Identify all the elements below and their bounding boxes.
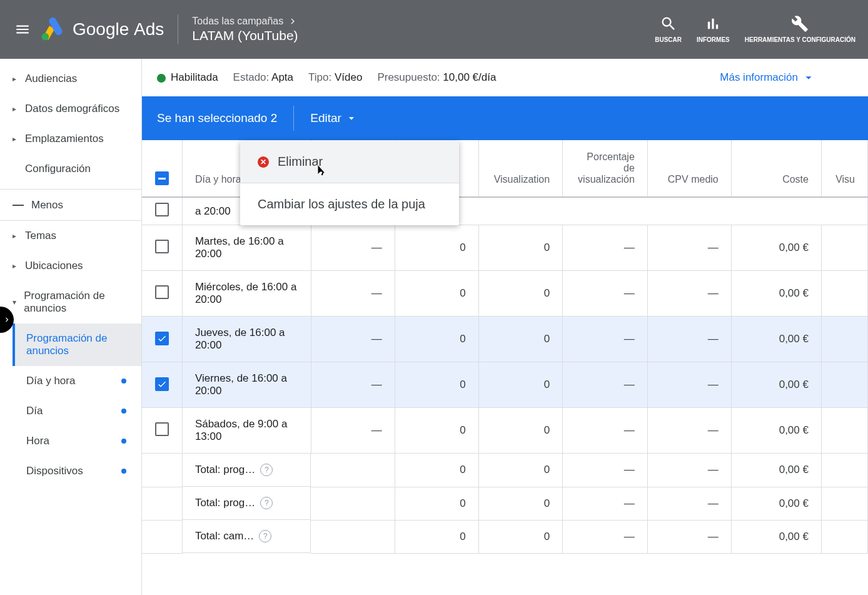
main-content: Habilitada Estado: Apta Tipo: Vídeo Pres… — [142, 59, 868, 595]
edit-dropdown: ✕ Eliminar Cambiar los ajustes de la puj… — [240, 141, 459, 225]
col-views[interactable]: Visualization — [478, 140, 562, 197]
header-divider — [178, 14, 178, 44]
col-view-rate[interactable]: Porcentaje de visualización — [563, 140, 648, 197]
more-info-link[interactable]: Más información — [720, 71, 815, 84]
sidebar-sub-day[interactable]: Día — [13, 396, 141, 426]
help-icon[interactable]: ? — [260, 497, 273, 509]
table-row[interactable]: Miércoles, de 16:00 a 20:00 — 0 0 — — 0,… — [142, 271, 868, 317]
status-dot-icon — [157, 74, 166, 83]
arrow-drop-down-icon — [345, 112, 358, 125]
help-icon[interactable]: ? — [260, 464, 273, 476]
sidebar-sub-day-hour[interactable]: Día y hora — [13, 366, 141, 396]
dropdown-change-bid[interactable]: Cambiar los ajustes de la puja — [240, 183, 459, 225]
checkbox[interactable] — [155, 285, 169, 299]
sidebar-item-locations[interactable]: ▸Ubicaciones — [0, 251, 141, 281]
table-total-row: Total: prog…? 0 0 — — 0,00 € — [142, 454, 868, 487]
sidebar-sub-hour[interactable]: Hora — [13, 426, 141, 456]
dot-indicator — [121, 409, 126, 414]
wrench-icon — [791, 15, 809, 33]
edit-button[interactable]: Editar — [310, 111, 358, 125]
sidebar-item-topics[interactable]: ▸Temas — [0, 221, 141, 251]
status-budget: Presupuesto: 10,00 €/día — [377, 71, 496, 84]
sidebar-item-settings[interactable]: Configuración — [0, 154, 141, 184]
table-row[interactable]: Viernes, de 16:00 a 20:00 — 0 0 — — 0,00… — [142, 362, 868, 408]
app-header: Google Ads Todas las campañas LATAM (You… — [0, 0, 868, 59]
sidebar: ▸Audiencias ▸Datos demográficos ▸Emplaza… — [0, 59, 142, 595]
sidebar-item-ad-schedule[interactable]: ▾Programación de anuncios — [0, 281, 141, 323]
checkbox[interactable] — [155, 332, 169, 345]
sidebar-item-audiences[interactable]: ▸Audiencias — [0, 64, 141, 94]
status-enabled[interactable]: Habilitada — [157, 71, 218, 84]
dot-indicator — [121, 439, 126, 444]
col-cost[interactable]: Coste — [731, 140, 821, 197]
bar-chart-icon — [704, 15, 722, 33]
menu-button[interactable] — [8, 14, 38, 44]
col-avg-cpv[interactable]: CPV medio — [647, 140, 731, 197]
col-visu[interactable]: Visu — [821, 140, 867, 197]
selection-bar: Se han seleccionado 2 Editar — [142, 96, 868, 140]
sidebar-item-less[interactable]: —Menos — [0, 189, 141, 221]
table-row[interactable]: Jueves, de 16:00 a 20:00 — 0 0 — — 0,00 … — [142, 317, 868, 362]
table-row[interactable]: Martes, de 16:00 a 20:00 — 0 0 — — 0,00 … — [142, 225, 868, 271]
checkbox[interactable] — [155, 240, 169, 253]
search-button[interactable]: BUSCAR — [655, 15, 682, 44]
checkbox[interactable] — [155, 422, 169, 436]
breadcrumb-bottom: LATAM (YouTube) — [192, 28, 298, 43]
table-total-row: Total: cam…? 0 0 — — 0,00 € — [142, 520, 868, 553]
sidebar-item-demographics[interactable]: ▸Datos demográficos — [0, 94, 141, 124]
sidebar-sub-ad-schedule[interactable]: Programación de anuncios — [13, 323, 141, 366]
sidebar-sub-devices[interactable]: Dispositivos — [13, 456, 141, 486]
reports-button[interactable]: INFORMES — [697, 15, 730, 44]
checkbox[interactable] — [155, 203, 169, 216]
breadcrumb-top: Todas las campañas — [192, 16, 283, 27]
help-icon[interactable]: ? — [259, 530, 271, 542]
status-bar: Habilitada Estado: Apta Tipo: Vídeo Pres… — [142, 59, 868, 96]
google-ads-icon — [40, 17, 65, 42]
chevron-down-icon — [802, 71, 815, 84]
dot-indicator — [121, 379, 126, 384]
dot-indicator — [121, 469, 126, 474]
checkbox-indeterminate[interactable] — [155, 171, 169, 185]
table-total-row: Total: prog…? 0 0 — — 0,00 € — [142, 487, 868, 520]
delete-icon: ✕ — [258, 156, 269, 168]
svg-point-0 — [42, 33, 49, 41]
sidebar-item-placements[interactable]: ▸Emplazamientos — [0, 124, 141, 154]
table-row[interactable]: Sábados, de 9:00 a 13:00 — 0 0 — — 0,00 … — [142, 408, 868, 454]
breadcrumb[interactable]: Todas las campañas LATAM (YouTube) — [192, 16, 298, 43]
col-checkbox[interactable] — [142, 140, 182, 197]
dropdown-delete[interactable]: ✕ Eliminar — [240, 141, 459, 183]
logo[interactable]: Google Ads — [40, 17, 164, 42]
selection-count: Se han seleccionado 2 — [157, 111, 277, 125]
status-type: Tipo: Vídeo — [308, 71, 362, 84]
chevron-right-icon — [3, 315, 11, 324]
selection-divider — [293, 106, 294, 131]
search-icon — [660, 15, 677, 33]
product-name: Google Ads — [73, 19, 164, 39]
checkbox[interactable] — [155, 377, 169, 391]
tools-button[interactable]: HERRAMIENTAS Y CONFIGURACIÓN — [745, 15, 855, 44]
status-state: Estado: Apta — [233, 71, 293, 84]
chevron-right-icon — [287, 16, 298, 27]
